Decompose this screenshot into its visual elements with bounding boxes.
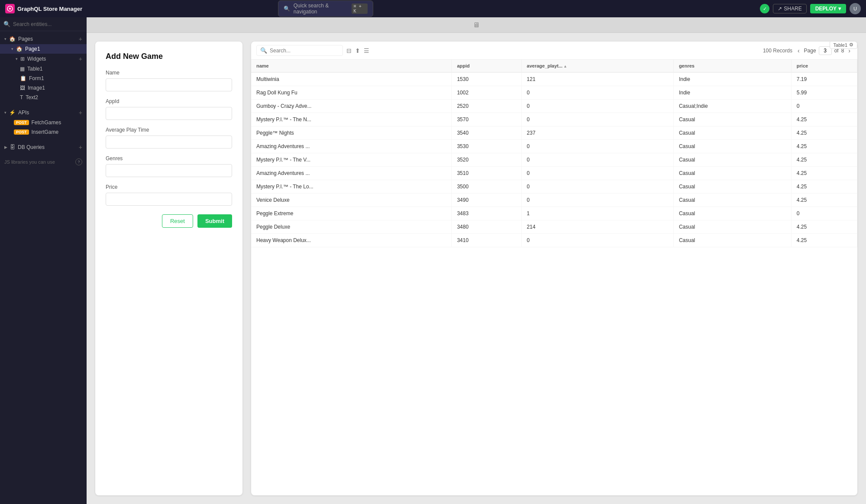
cell-appid: 3490 (452, 194, 521, 207)
col-genres[interactable]: genres (673, 60, 791, 72)
sidebar-item-image1[interactable]: 🖼 Image1 (0, 83, 87, 93)
table-search-box[interactable]: 🔍 (256, 45, 343, 56)
cell-price: 0 (791, 207, 857, 220)
avgplay-input[interactable] (106, 136, 232, 149)
col-avgplaytime[interactable]: average_playt...▲ (521, 60, 673, 72)
cell-genres: Casual (673, 113, 791, 126)
table-search-input[interactable] (270, 48, 339, 54)
add-db-icon[interactable]: + (79, 144, 82, 151)
list-icon[interactable]: ☰ (364, 47, 369, 54)
sidebar-item-apis[interactable]: ▾ ⚡ APIs + (0, 107, 87, 118)
name-input[interactable] (106, 78, 232, 91)
add-widget-icon[interactable]: + (79, 55, 82, 62)
fetchgames-badge: POST (14, 120, 29, 125)
apis-section: ▾ ⚡ APIs + POST FetchGames POST InsertGa… (0, 105, 87, 139)
price-field-group: Price (106, 184, 232, 206)
sidebar-item-form1[interactable]: 📋 Form1 (0, 74, 87, 83)
avgplay-field-group: Average Play Time (106, 127, 232, 149)
cell-price: 4.25 (791, 140, 857, 153)
sidebar-item-fetchgames[interactable]: POST FetchGames (0, 118, 87, 127)
sidebar-item-pages[interactable]: ▾ 🏠 Pages + (0, 34, 87, 44)
cell-average_playtime: 0 (521, 86, 673, 100)
cell-average_playtime: 0 (521, 140, 673, 153)
cell-genres: Casual (673, 140, 791, 153)
table-row[interactable]: Multiwinia1530121Indie7.19 (251, 72, 857, 86)
sidebar-search-box[interactable]: 🔍 (0, 17, 87, 31)
filter-icon[interactable]: ⊟ (346, 47, 352, 54)
sidebar-search-input[interactable] (13, 21, 83, 27)
content-area: 🖥 Add New Game Name AppId Average Play T… (87, 17, 866, 504)
name-label: Name (106, 70, 232, 76)
sidebar-item-widgets[interactable]: ▾ ⊞ Widgets + (0, 54, 87, 64)
form1-icon: 📋 (20, 75, 26, 81)
app-logo: GraphQL Store Manager (5, 4, 82, 13)
table-row[interactable]: Mystery P.I.™ - The Lo...35000Casual4.25 (251, 180, 857, 194)
page1-icon: 🏠 (16, 46, 23, 52)
table-toolbar-icons: ⊟ ⬆ ☰ (346, 47, 369, 54)
avatar[interactable]: U (850, 3, 861, 14)
cell-average_playtime: 0 (521, 167, 673, 180)
table-row[interactable]: Amazing Adventures ...35100Casual4.25 (251, 167, 857, 180)
upload-icon[interactable]: ⬆ (355, 47, 360, 54)
add-api-icon[interactable]: + (79, 109, 82, 116)
cell-average_playtime: 1 (521, 207, 673, 220)
prev-page-button[interactable]: ‹ (796, 47, 801, 54)
cell-genres: Casual (673, 126, 791, 140)
add-page-icon[interactable]: + (79, 36, 82, 42)
cell-genres: Indie (673, 72, 791, 86)
sidebar-item-text2[interactable]: T Text2 (0, 93, 87, 102)
table-row[interactable]: Amazing Adventures ...35300Casual4.25 (251, 140, 857, 153)
text2-icon: T (20, 94, 23, 100)
cell-name: Mystery P.I.™ - The N... (251, 113, 452, 126)
col-name[interactable]: name (251, 60, 452, 72)
sidebar-item-insertgame[interactable]: POST InsertGame (0, 127, 87, 137)
table-row[interactable]: Venice Deluxe34900Casual4.25 (251, 194, 857, 207)
search-icon: 🔍 (284, 6, 290, 12)
cell-name: Multiwinia (251, 72, 452, 86)
cell-genres: Casual (673, 234, 791, 247)
sidebar-item-db-queries[interactable]: ▶ 🗄 DB Queries + (0, 142, 87, 152)
table-settings-icon[interactable]: ⚙ (849, 42, 853, 48)
genres-input[interactable] (106, 164, 232, 177)
records-count: 100 Records (763, 48, 792, 54)
check-icon: ✓ (760, 4, 769, 13)
sidebar-search-icon: 🔍 (3, 21, 10, 27)
cell-price: 4.25 (791, 113, 857, 126)
cell-appid: 1530 (452, 72, 521, 86)
cell-price: 4.25 (791, 167, 857, 180)
genres-label: Genres (106, 155, 232, 162)
submit-button[interactable]: Submit (197, 214, 232, 228)
share-button[interactable]: ↗ SHARE (773, 4, 806, 13)
table-row[interactable]: Mystery P.I.™ - The N...35700Casual4.25 (251, 113, 857, 126)
cell-average_playtime: 0 (521, 100, 673, 113)
pages-section: ▾ 🏠 Pages + ▾ 🏠 Page1 ▾ ⊞ Widgets + ▦ (0, 31, 87, 105)
cell-appid: 3540 (452, 126, 521, 140)
form-title: Add New Game (106, 52, 232, 61)
col-appid[interactable]: appid (452, 60, 521, 72)
appid-label: AppId (106, 98, 232, 104)
deploy-button[interactable]: DEPLOY ▾ (810, 4, 846, 13)
table-row[interactable]: Peggle™ Nights3540237Casual4.25 (251, 126, 857, 140)
cell-genres: Indie (673, 86, 791, 100)
sidebar: 🔍 ▾ 🏠 Pages + ▾ 🏠 Page1 ▾ ⊞ Widgets + (0, 17, 87, 504)
cell-price: 4.25 (791, 126, 857, 140)
table-row[interactable]: Peggle Deluxe3480214Casual4.25 (251, 220, 857, 234)
js-help-icon[interactable]: ? (75, 158, 82, 165)
table-row[interactable]: Rag Doll Kung Fu10020Indie5.99 (251, 86, 857, 100)
reset-button[interactable]: Reset (162, 214, 193, 228)
table-row[interactable]: Gumboy - Crazy Adve...25200Casual;Indie0 (251, 100, 857, 113)
sidebar-item-table1[interactable]: ▦ Table1 (0, 64, 87, 74)
cell-genres: Casual (673, 180, 791, 194)
topbar-search[interactable]: 🔍 Quick search & navigation ⌘ + K (278, 0, 373, 17)
widgets-icon: ⊞ (20, 56, 25, 62)
cell-appid: 1002 (452, 86, 521, 100)
genres-field-group: Genres (106, 155, 232, 177)
table-row[interactable]: Peggle Extreme34831Casual0 (251, 207, 857, 220)
monitor-icon: 🖥 (473, 21, 480, 29)
appid-input[interactable] (106, 107, 232, 120)
price-input[interactable] (106, 193, 232, 206)
col-price[interactable]: price (791, 60, 857, 72)
table-row[interactable]: Mystery P.I.™ - The V...35200Casual4.25 (251, 153, 857, 167)
sidebar-item-page1[interactable]: ▾ 🏠 Page1 (0, 44, 87, 54)
table-row[interactable]: Heavy Weapon Delux...34100Casual4.25 (251, 234, 857, 247)
